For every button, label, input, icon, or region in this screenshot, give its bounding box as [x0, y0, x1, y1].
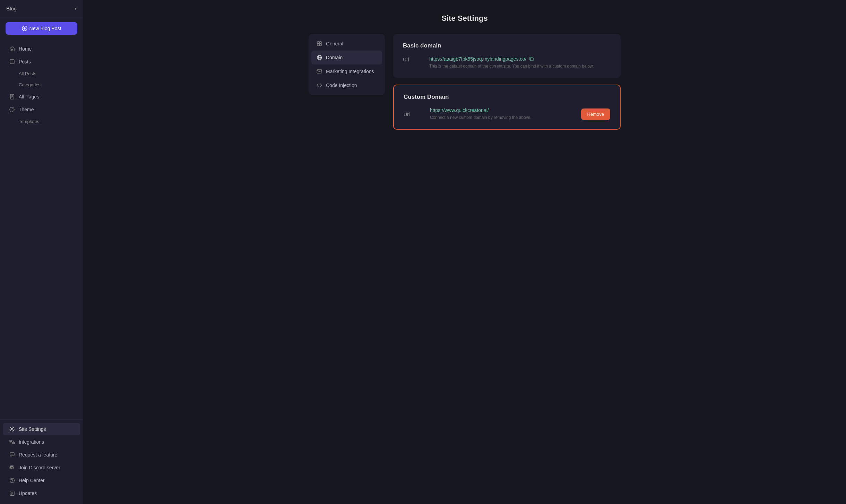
menu-item-domain[interactable]: Domain [311, 51, 382, 64]
sidebar-item-discord[interactable]: Join Discord server [3, 461, 80, 474]
custom-domain-url-label: Url [404, 111, 424, 117]
sidebar-item-posts[interactable]: Posts [3, 55, 80, 68]
sidebar-item-integrations[interactable]: Integrations [3, 436, 80, 448]
sidebar-header: Blog ▾ [0, 0, 83, 17]
menu-item-general[interactable]: General [311, 37, 382, 51]
menu-item-marketing[interactable]: Marketing Integrations [311, 64, 382, 78]
discord-icon [9, 464, 15, 471]
basic-domain-url-value: https://aaaigb7fpk55jsoq.mylandingpages.… [429, 56, 611, 69]
help-icon [9, 477, 15, 484]
svg-point-10 [11, 110, 11, 110]
sidebar-item-site-settings[interactable]: Site Settings [3, 423, 80, 435]
svg-rect-36 [530, 58, 533, 61]
custom-domain-desc: Connect a new custom domain by removing … [430, 114, 576, 121]
sidebar-title: Blog [6, 6, 17, 11]
menu-item-marketing-label: Marketing Integrations [326, 69, 374, 74]
sidebar-item-all-posts[interactable]: All Posts [3, 68, 80, 79]
general-icon [316, 41, 322, 47]
sidebar: Blog ▾ New Blog Post Home [0, 0, 83, 504]
posts-icon [9, 59, 15, 65]
sidebar-item-help-label: Help Center [19, 478, 45, 483]
svg-point-11 [12, 108, 12, 109]
svg-point-23 [12, 481, 12, 481]
menu-item-code-injection-label: Code Injection [326, 82, 357, 88]
svg-point-12 [13, 110, 14, 110]
custom-domain-row: Url https://www.quickcreator.ai/ Connect… [404, 107, 610, 121]
page-title: Site Settings [104, 14, 825, 23]
sidebar-item-all-pages-label: All Pages [19, 94, 39, 99]
settings-menu: General Domain [309, 34, 385, 95]
menu-item-domain-label: Domain [326, 55, 343, 60]
new-post-label: New Blog Post [29, 26, 61, 31]
sidebar-item-templates[interactable]: Templates [3, 116, 80, 127]
sidebar-item-home[interactable]: Home [3, 43, 80, 55]
main-content: Site Settings General [83, 0, 846, 504]
sidebar-item-all-posts-label: All Posts [19, 71, 36, 76]
basic-domain-url-label: Url [403, 56, 424, 62]
new-post-button[interactable]: New Blog Post [6, 22, 77, 35]
basic-domain-desc: This is the default domain of the curren… [429, 63, 611, 69]
content-layout: General Domain [309, 34, 621, 130]
sidebar-item-posts-label: Posts [19, 59, 31, 64]
custom-domain-url-value: https://www.quickcreator.ai/ Connect a n… [430, 107, 576, 121]
sidebar-item-all-pages[interactable]: All Pages [3, 90, 80, 103]
request-icon [9, 452, 15, 458]
svg-point-13 [11, 428, 13, 430]
sidebar-item-theme-label: Theme [19, 107, 34, 112]
theme-icon [9, 106, 15, 113]
sidebar-item-home-label: Home [19, 46, 32, 52]
sidebar-item-help[interactable]: Help Center [3, 474, 80, 487]
custom-domain-url-link[interactable]: https://www.quickcreator.ai/ [430, 107, 576, 113]
svg-rect-28 [317, 42, 319, 44]
settings-panels: Basic domain Url https://aaaigb7fpk55jso… [393, 34, 621, 130]
sidebar-item-request-feature[interactable]: Request a feature [3, 449, 80, 461]
sidebar-item-updates[interactable]: Updates [3, 487, 80, 499]
sidebar-item-theme[interactable]: Theme [3, 103, 80, 116]
svg-rect-15 [12, 442, 15, 444]
sidebar-item-request-label: Request a feature [19, 452, 57, 458]
basic-domain-row: Url https://aaaigb7fpk55jsoq.mylandingpa… [403, 56, 611, 69]
home-icon [9, 46, 15, 52]
remove-button[interactable]: Remove [581, 108, 610, 120]
sidebar-item-categories-label: Categories [19, 82, 41, 87]
code-icon [316, 82, 322, 88]
svg-rect-35 [317, 70, 322, 73]
sidebar-item-updates-label: Updates [19, 490, 37, 496]
basic-domain-title: Basic domain [403, 42, 611, 49]
basic-domain-url-link[interactable]: https://aaaigb7fpk55jsoq.mylandingpages.… [429, 56, 526, 62]
plus-circle-icon [22, 26, 27, 31]
svg-rect-30 [317, 44, 319, 46]
chevron-down-icon: ▾ [75, 6, 77, 11]
custom-domain-panel: Custom Domain Url https://www.quickcreat… [393, 85, 621, 130]
svg-rect-14 [10, 440, 12, 442]
svg-rect-3 [10, 60, 14, 64]
copy-icon[interactable] [529, 57, 534, 61]
integrations-icon [9, 439, 15, 445]
sidebar-item-integrations-label: Integrations [19, 439, 44, 445]
menu-item-code-injection[interactable]: Code Injection [311, 78, 382, 92]
menu-item-general-label: General [326, 41, 343, 46]
sidebar-navigation: Home Posts All Posts Categories [0, 40, 83, 419]
marketing-icon [316, 68, 322, 75]
basic-domain-panel: Basic domain Url https://aaaigb7fpk55jso… [393, 34, 621, 78]
gear-icon [9, 426, 15, 432]
sidebar-item-discord-label: Join Discord server [19, 465, 60, 470]
sidebar-item-site-settings-label: Site Settings [19, 426, 46, 432]
domain-icon [316, 54, 322, 61]
sidebar-item-templates-label: Templates [19, 119, 39, 124]
custom-domain-title: Custom Domain [404, 94, 610, 101]
svg-rect-29 [320, 42, 322, 44]
sidebar-item-categories[interactable]: Categories [3, 79, 80, 90]
svg-rect-31 [320, 44, 322, 46]
pages-icon [9, 94, 15, 100]
updates-icon [9, 490, 15, 496]
sidebar-bottom: Site Settings Integrations [0, 419, 83, 504]
